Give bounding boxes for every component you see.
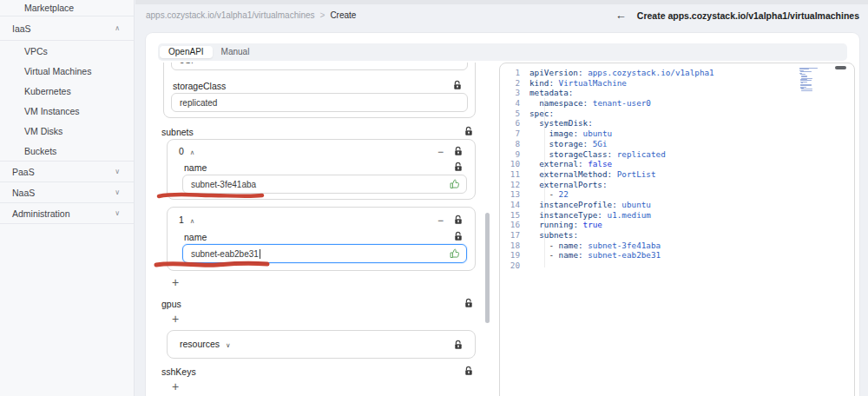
code-lines[interactable]: 1apiVersion: apps.cozystack.io/v1alpha12… [500, 68, 854, 271]
breadcrumb: apps.cozystack.io/v1alpha1/virtualmachin… [146, 10, 356, 20]
sidebar-item-virtual-machines[interactable]: Virtual Machines [0, 61, 134, 81]
gpus-label: gpus [161, 299, 181, 309]
collapse-icon: ∨ [226, 341, 231, 349]
systemdisk-group-card: 5Gi storageClass replicated [163, 63, 476, 118]
storage-value: 5Gi [180, 63, 194, 65]
unlock-icon[interactable] [464, 298, 474, 308]
yaml-editor[interactable]: 1apiVersion: apps.cozystack.io/v1alpha12… [499, 63, 855, 396]
code-line-content[interactable]: - 22 [529, 189, 569, 200]
sidebar-item-marketplace[interactable]: Marketplace [0, 0, 134, 16]
sidebar: Marketplace IaaS ∧ VPCs Virtual Machines… [0, 0, 135, 396]
code-line-content[interactable]: storage: 5Gi [529, 139, 608, 149]
unlock-icon[interactable] [464, 126, 474, 136]
breadcrumb-path-link[interactable]: apps.cozystack.io/v1alpha1/virtualmachin… [146, 10, 315, 20]
minimap-slider[interactable] [835, 66, 846, 69]
line-number: 12 [500, 180, 529, 190]
openapi-form: 5Gi storageClass replicated subnets 0∧ − [158, 63, 483, 396]
unlock-icon[interactable] [453, 214, 464, 225]
breadcrumb-current: Create [330, 10, 356, 20]
form-scrollbar [485, 63, 490, 396]
thumbs-up-icon[interactable] [450, 179, 460, 189]
sidebar-item-vm-instances[interactable]: VM Instances [0, 101, 134, 121]
code-line-content[interactable]: - name: subnet-eab2be31 [529, 250, 661, 261]
breadcrumb-separator: > [320, 10, 326, 20]
sidebar-item-label: NaaS [12, 188, 115, 198]
sidebar-item-label: VM Instances [24, 106, 134, 116]
sidebar-item-label: Administration [12, 208, 115, 219]
code-line-content[interactable]: externalMethod: PortList [529, 169, 656, 180]
sidebar-item-vpcs[interactable]: VPCs [0, 41, 134, 61]
sidebar-item-iaas[interactable]: IaaS ∧ [0, 16, 134, 41]
line-number: 3 [500, 88, 529, 98]
unlock-icon[interactable] [452, 80, 463, 90]
subnet-0-name-input[interactable]: subnet-3fe41aba [182, 175, 467, 194]
code-line-content[interactable]: spec: [529, 109, 554, 119]
sidebar-item-label: Kubernetes [24, 86, 134, 96]
code-line-content[interactable]: running: true [529, 220, 602, 230]
unlock-icon[interactable] [453, 146, 464, 156]
code-line-content[interactable]: externalPorts: [529, 180, 608, 190]
resources-group-card[interactable]: resources∨ [167, 330, 476, 359]
code-line-content[interactable]: instanceType: u1.medium [529, 210, 651, 221]
code-line-content[interactable]: - name: subnet-3fe41aba [529, 241, 661, 251]
sidebar-item-kubernetes[interactable]: Kubernetes [0, 81, 134, 101]
code-line-content[interactable]: apiVersion: apps.cozystack.io/v1alpha1 [529, 68, 714, 78]
subnets-label: subnets [161, 127, 194, 137]
code-line-content[interactable]: storageClass: replicated [529, 149, 666, 160]
storage-input[interactable]: 5Gi [171, 63, 468, 70]
remove-item-button[interactable]: − [437, 216, 444, 225]
storageclass-label: storageClass [173, 81, 226, 91]
chevron-down-icon: ∨ [115, 188, 120, 196]
line-number: 19 [500, 250, 529, 261]
code-line-content[interactable]: instanceProfile: ubuntu [529, 200, 651, 210]
subnet-0-header[interactable]: 0∧ [179, 146, 194, 156]
unlock-icon[interactable] [453, 231, 464, 241]
sidebar-item-naas[interactable]: NaaS ∨ [0, 182, 134, 203]
code-line-content[interactable]: systemDisk: [529, 118, 593, 129]
line-number: 8 [500, 139, 529, 149]
tab-openapi[interactable]: OpenAPI [160, 46, 213, 58]
line-number: 5 [500, 109, 529, 119]
line-number: 4 [500, 98, 529, 109]
chevron-down-icon: ∨ [115, 209, 120, 217]
subnet-item-0: 0∧ − name subnet-3fe41aba [167, 139, 476, 200]
line-number: 20 [500, 261, 529, 271]
code-line-content[interactable]: external: false [529, 159, 612, 169]
name-label: name [184, 162, 207, 173]
subnet-item-1: 1∧ − name subnet-eab2be31 [167, 207, 476, 271]
add-sshkey-button[interactable]: + [172, 380, 179, 393]
collapse-icon: ∧ [190, 148, 195, 156]
back-arrow-icon[interactable]: ← [615, 9, 627, 22]
chevron-up-icon: ∧ [115, 24, 120, 32]
unlock-icon[interactable] [453, 340, 464, 350]
sidebar-item-administration[interactable]: Administration ∨ [0, 203, 134, 224]
sidebar-item-label: PaaS [12, 167, 115, 177]
sidebar-item-vm-disks[interactable]: VM Disks [0, 121, 134, 141]
subnet-1-name-input[interactable]: subnet-eab2be31 [182, 244, 467, 263]
form-scrollbar-thumb[interactable] [485, 213, 490, 323]
code-line-content[interactable]: metadata: [529, 88, 573, 98]
line-number: 6 [500, 118, 529, 129]
minimap[interactable] [799, 68, 836, 93]
chevron-down-icon: ∨ [115, 168, 120, 175]
line-number: 9 [500, 149, 529, 160]
unlock-icon[interactable] [464, 366, 474, 376]
line-number: 10 [500, 159, 529, 169]
sidebar-item-buckets[interactable]: Buckets [0, 141, 134, 162]
add-subnet-button[interactable]: + [172, 276, 179, 288]
thumbs-up-icon[interactable] [450, 248, 460, 259]
code-line-content[interactable]: namespace: tenant-user0 [529, 98, 651, 109]
storageclass-value: replicated [180, 98, 217, 108]
storageclass-input[interactable]: replicated [171, 93, 468, 112]
sidebar-item-paas[interactable]: PaaS ∨ [0, 162, 134, 182]
code-line-content[interactable]: kind: VirtualMachine [529, 78, 627, 89]
tab-manual[interactable]: Manual [213, 46, 259, 58]
add-gpu-button[interactable]: + [172, 313, 179, 325]
remove-item-button[interactable]: − [437, 148, 444, 156]
code-line-content[interactable]: subnets: [529, 230, 578, 241]
subnet-1-header[interactable]: 1∧ [179, 214, 194, 225]
code-line-content[interactable]: image: ubuntu [529, 129, 612, 139]
unlock-icon[interactable] [453, 162, 464, 172]
text-cursor [260, 249, 260, 259]
line-number: 14 [500, 200, 529, 210]
